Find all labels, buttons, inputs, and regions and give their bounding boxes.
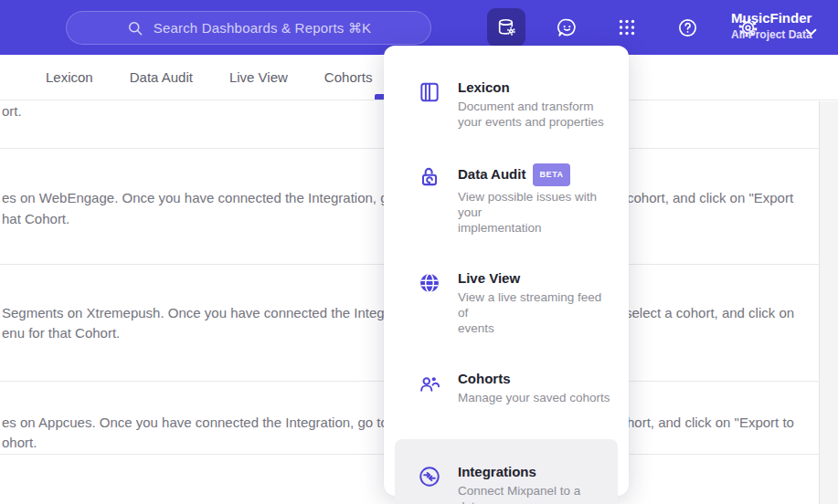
lexicon-book-icon: [418, 80, 441, 104]
menu-item-text: Data AuditBETA View possible issues with…: [458, 163, 612, 236]
row-text: cohort, and click on "Export: [627, 189, 793, 207]
tab-cohorts[interactable]: Cohorts: [324, 69, 373, 85]
row-text: es on WebEngage. Once you have connected…: [2, 189, 434, 207]
menu-item-text: Integrations Connect Mixpanel to a data …: [458, 463, 601, 504]
menu-item-text: Cohorts Manage your saved cohorts: [458, 370, 610, 405]
apps-grid-icon: [616, 16, 638, 38]
menu-item-title: Live View: [458, 269, 612, 287]
menu-item-description: Document and transform your events and p…: [458, 99, 604, 130]
menu-item-lexicon[interactable]: Lexicon Document and transform your even…: [384, 79, 629, 130]
row-text: es on Appcues. Once you have connected t…: [2, 414, 426, 432]
help-icon: [676, 16, 699, 39]
menu-item-data-audit[interactable]: Data AuditBETA View possible issues with…: [384, 163, 629, 236]
feedback-face-icon: [556, 16, 578, 39]
row-text: ort.: [2, 102, 22, 121]
tab-data-audit[interactable]: Data Audit: [130, 69, 193, 85]
data-management-dropdown: Lexicon Document and transform your even…: [384, 46, 629, 496]
project-switcher-caret[interactable]: [805, 24, 817, 40]
row-text: ohort.: [2, 434, 37, 452]
menu-item-text: Lexicon Document and transform your even…: [458, 79, 604, 130]
search-placeholder: Search Dashboards & Reports ⌘K: [154, 20, 372, 37]
integrations-sync-icon: [418, 465, 441, 488]
search-input[interactable]: Search Dashboards & Reports ⌘K: [66, 11, 431, 45]
menu-item-description: Manage your saved cohorts: [458, 390, 610, 405]
menu-item-title: Integrations: [458, 463, 601, 480]
menu-item-title: Lexicon: [458, 79, 604, 96]
beta-badge: BETA: [533, 163, 569, 186]
menu-item-cohorts[interactable]: Cohorts Manage your saved cohorts: [384, 370, 629, 405]
cohorts-people-icon: [418, 372, 441, 395]
tab-live-view[interactable]: Live View: [229, 69, 288, 85]
database-gear-icon: [495, 16, 518, 39]
live-view-globe-icon: [418, 271, 441, 295]
feedback-button[interactable]: [547, 8, 586, 47]
menu-item-integrations[interactable]: Integrations Connect Mixpanel to a data …: [395, 439, 618, 504]
menu-item-description: View a live streaming feed of events: [458, 289, 612, 336]
page-right-gutter: [819, 101, 838, 504]
menu-item-live-view[interactable]: Live View View a live streaming feed of …: [384, 269, 629, 336]
help-button[interactable]: [668, 8, 706, 47]
menu-item-description: Connect Mixpanel to a data pipeline or c…: [458, 483, 601, 504]
menu-item-title: Data AuditBETA: [458, 163, 612, 186]
tab-lexicon[interactable]: Lexicon: [46, 69, 93, 85]
menu-item-title: Cohorts: [458, 370, 610, 387]
menu-item-description: View possible issues with your implement…: [458, 189, 612, 236]
row-text: enu for that Cohort.: [2, 324, 120, 342]
row-text: hort, and click on "Export to: [627, 414, 794, 432]
row-text: select a cohort, and click on: [625, 304, 794, 322]
chevron-down-icon: [805, 28, 817, 37]
row-text: Segments on Xtremepush. Once you have co…: [2, 304, 422, 322]
data-management-button[interactable]: [487, 8, 525, 47]
data-audit-lock-icon: [418, 165, 441, 189]
search-icon: [126, 19, 144, 37]
menu-item-text: Live View View a live streaming feed of …: [458, 269, 612, 336]
apps-grid-button[interactable]: [608, 8, 646, 47]
app-window: Search Dashboards & Reports ⌘K: [0, 0, 838, 504]
row-text: hat Cohort.: [2, 210, 69, 228]
